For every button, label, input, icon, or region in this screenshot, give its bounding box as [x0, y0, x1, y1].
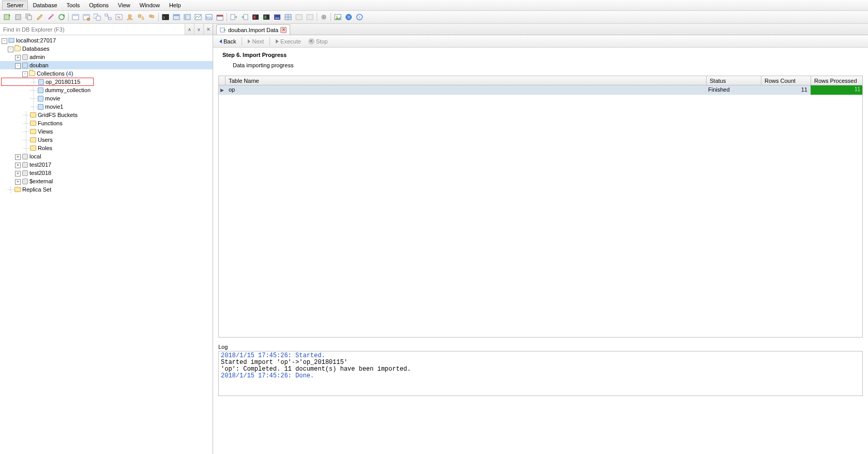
database-icon	[21, 62, 28, 69]
search-dropdown2-button[interactable]: ∨	[194, 24, 203, 35]
tb-window1-icon[interactable]	[171, 12, 182, 22]
tb-table1-icon[interactable]	[70, 12, 81, 22]
menu-window[interactable]: Window	[135, 1, 164, 10]
menu-view[interactable]: View	[113, 1, 135, 10]
tb-new-db-icon[interactable]	[2, 12, 12, 22]
tb-func-icon[interactable]: fx	[114, 12, 124, 22]
tb-copy-icon[interactable]	[24, 12, 34, 22]
svg-rect-50	[9, 38, 14, 42]
tb-user1-icon[interactable]	[125, 12, 135, 22]
tree-label: Collections	[37, 70, 65, 77]
tb-user-key-icon[interactable]	[136, 12, 146, 22]
tb-dark-red-icon[interactable]	[250, 12, 261, 22]
tb-users-icon[interactable]	[146, 12, 157, 22]
search-dropdown-button[interactable]: ∧	[185, 24, 194, 35]
tree-collections-folder[interactable]: Collections (4)	[0, 69, 213, 78]
tree-host[interactable]: localhost:27017	[0, 36, 213, 45]
tree-gridfs-folder[interactable]: GridFS Buckets	[0, 111, 213, 119]
tb-dark-blue-icon[interactable]	[272, 12, 282, 22]
expand-toggle[interactable]	[7, 46, 14, 52]
expand-toggle[interactable]	[14, 62, 21, 69]
tab-import-data[interactable]: douban.Import Data ✕	[216, 24, 290, 35]
folder-icon	[29, 111, 37, 119]
menu-database[interactable]: Database	[28, 1, 62, 10]
svg-rect-41	[307, 14, 313, 20]
db-tree[interactable]: localhost:27017 Databases admin douban	[0, 35, 213, 454]
tb-dark-green-icon[interactable]	[261, 12, 272, 22]
tree-db-test2017[interactable]: test2017	[0, 160, 213, 169]
expand-toggle[interactable]	[14, 162, 21, 168]
svg-rect-11	[96, 16, 100, 20]
menu-tools[interactable]: Tools	[62, 1, 85, 10]
close-icon[interactable]: ✕	[280, 27, 287, 33]
menu-server[interactable]: Server	[2, 1, 28, 10]
tb-window2-icon[interactable]	[182, 12, 192, 22]
tree-users-folder[interactable]: Users	[0, 136, 213, 144]
tree-views-folder[interactable]: Views	[0, 127, 213, 136]
tree-db-test2018[interactable]: test2018	[0, 169, 213, 177]
search-input[interactable]	[0, 24, 185, 35]
svg-rect-6	[72, 14, 79, 16]
expand-toggle[interactable]	[1, 37, 8, 44]
tree-replica-folder[interactable]: Replica Set	[0, 185, 213, 194]
col-rows-count[interactable]: Rows Count	[761, 76, 811, 85]
tree-collection-dummy[interactable]: dummy_collection	[0, 86, 213, 94]
search-clear-button[interactable]: ✕	[203, 24, 213, 35]
col-table-name[interactable]: Table Name	[226, 76, 707, 85]
tree-label: test2018	[29, 170, 51, 176]
expand-toggle[interactable]	[14, 153, 21, 160]
tb-table2-icon[interactable]	[81, 12, 92, 22]
tree-roles-folder[interactable]: Roles	[0, 144, 213, 152]
tree-connector	[23, 127, 29, 136]
tb-disabled2-icon[interactable]	[305, 12, 315, 22]
tb-wand-icon[interactable]	[46, 12, 56, 22]
tree-collection-movie1[interactable]: movie1	[0, 102, 213, 111]
tb-help-icon[interactable]: ?	[343, 12, 354, 22]
tb-window3-icon[interactable]	[283, 12, 293, 22]
col-status[interactable]: Status	[707, 76, 761, 85]
col-rows-processed[interactable]: Rows Processed	[811, 76, 862, 85]
tree-label: admin	[29, 54, 45, 60]
menu-options[interactable]: Options	[84, 1, 113, 10]
tb-shell-icon[interactable]	[160, 12, 171, 22]
log-output[interactable]: 2018/1/15 17:45:26: Started. Started imp…	[218, 351, 863, 396]
tb-gear-icon[interactable]	[319, 12, 329, 22]
tree-databases-folder[interactable]: Databases	[0, 45, 213, 53]
tb-edit-icon[interactable]	[35, 12, 45, 22]
tb-diagram-icon[interactable]	[103, 12, 113, 22]
back-button[interactable]: Back	[216, 37, 239, 46]
tree-connector	[30, 94, 37, 102]
tb-image-icon[interactable]	[333, 12, 343, 22]
tb-refresh-icon[interactable]	[13, 12, 23, 22]
expand-toggle[interactable]	[14, 170, 21, 177]
expand-toggle[interactable]	[14, 54, 21, 61]
tb-activity-icon[interactable]	[193, 12, 203, 22]
tree-functions-folder[interactable]: Functions	[0, 119, 213, 127]
tb-sql-icon[interactable]: SQL	[204, 12, 214, 22]
tree-db-external[interactable]: $external	[0, 177, 213, 185]
tree-collection-op20180115[interactable]: op_20180115	[1, 78, 94, 86]
tree-db-admin[interactable]: admin	[0, 53, 213, 61]
tb-about-icon[interactable]: i	[354, 12, 365, 22]
tb-calendar-icon[interactable]	[215, 12, 225, 22]
collection-icon	[37, 78, 44, 85]
tree-label: Users	[38, 137, 53, 143]
table-row[interactable]: ▶ op Finished 11 11	[219, 85, 862, 95]
tb-disabled1-icon[interactable]	[294, 12, 304, 22]
next-button[interactable]: Next	[245, 37, 267, 46]
tb-table3-icon[interactable]	[92, 12, 102, 22]
tree-db-local[interactable]: local	[0, 152, 213, 160]
tree-collection-movie[interactable]: movie	[0, 94, 213, 102]
tb-export-icon[interactable]	[229, 12, 239, 22]
expand-toggle[interactable]	[22, 70, 28, 77]
tree-db-douban[interactable]: douban	[0, 61, 213, 69]
tb-connect-icon[interactable]	[56, 12, 67, 22]
tree-label: movie	[45, 95, 60, 101]
collection-icon	[37, 95, 44, 102]
execute-button[interactable]: Execute	[273, 37, 304, 46]
stop-button[interactable]: ✕ Stop	[305, 37, 331, 46]
tb-import-icon[interactable]	[240, 12, 250, 22]
tree-connector	[7, 185, 14, 194]
menu-help[interactable]: Help	[164, 1, 186, 10]
expand-toggle[interactable]	[14, 178, 21, 185]
